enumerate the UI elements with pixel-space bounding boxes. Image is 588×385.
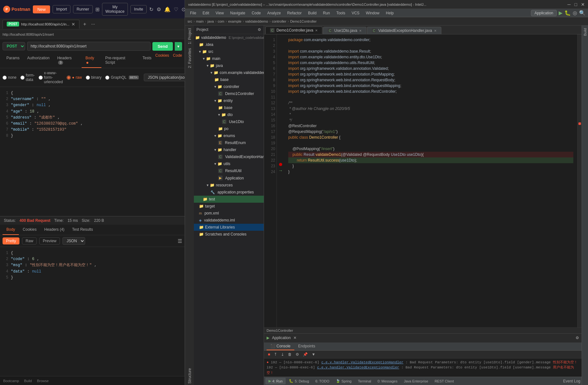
tab-use1dto[interactable]: C Use1Dto.java ✕ <box>323 27 366 34</box>
footer-tab-rest[interactable]: REST Client <box>431 378 457 384</box>
tab-close[interactable]: ✕ <box>71 22 75 27</box>
new-tab-button[interactable]: + <box>81 21 89 27</box>
new-button[interactable]: New <box>33 5 50 13</box>
menu-help[interactable]: Help <box>383 10 396 16</box>
console-stop-btn[interactable]: ■ <box>267 352 271 357</box>
bc-main[interactable]: main <box>196 19 204 23</box>
footer-tab-debug[interactable]: 🐛 5: Debug <box>286 378 312 384</box>
resp-tab-headers[interactable]: Headers (4) <box>40 225 68 235</box>
runner-button[interactable]: Runner <box>73 5 92 13</box>
tab-demo1controller[interactable]: C Demo1Controller.java ✕ <box>265 26 322 34</box>
tab-prerequest[interactable]: Pre-request Script <box>101 53 139 68</box>
bc-validateddemo[interactable]: validateddemo <box>245 19 268 23</box>
collection-icon[interactable]: ⊞ <box>95 6 99 12</box>
tree-scratches[interactable]: 📁 Scratches and Consoles <box>194 231 264 238</box>
close-icon[interactable]: ✕ <box>581 2 585 7</box>
maximize-icon[interactable]: □ <box>575 2 577 7</box>
request-body-editor[interactable]: 1{ 2"username": "", 3"gender": null, 4"a… <box>0 87 185 216</box>
footer-tab-terminal[interactable]: Terminal <box>355 378 374 384</box>
search-everywhere-icon[interactable]: 🔍 <box>579 10 585 16</box>
console-tab[interactable]: ⬛ Console <box>267 343 294 350</box>
view-pretty[interactable]: Pretty <box>3 237 19 244</box>
debug-icon[interactable]: 🐛 <box>564 10 571 16</box>
menu-refactor[interactable]: Refactor <box>285 10 304 16</box>
footer-browse[interactable]: Browse <box>37 379 49 383</box>
favorites-tool-btn[interactable]: 2: Favorites <box>186 47 193 69</box>
project-tool-btn[interactable]: 1: Project <box>186 27 193 46</box>
footer-tab-messages[interactable]: 0: Messages <box>374 378 401 384</box>
tree-extlibs[interactable]: 📁 External Libraries <box>194 224 264 231</box>
tree-pom[interactable]: m pom.xml <box>194 210 264 217</box>
tab-params[interactable]: Params <box>3 53 23 68</box>
tree-enums[interactable]: ▾ 📁 enums <box>194 132 264 139</box>
tree-demo1controller[interactable]: C Demo1Controller <box>194 90 264 97</box>
tab-demo1-close[interactable]: ✕ <box>315 29 318 32</box>
endpoints-tab[interactable]: Endpoints <box>294 343 319 350</box>
console-scroll-top[interactable]: ⤒ <box>273 352 278 357</box>
tree-controller[interactable]: ▾ 📁 controller <box>194 83 264 90</box>
menu-view[interactable]: View <box>213 10 226 16</box>
tab-headers[interactable]: Headers 9 <box>53 53 82 68</box>
bc-controller[interactable]: controller <box>272 19 286 23</box>
tab-valid-close[interactable]: ✕ <box>434 29 437 33</box>
cookies-link[interactable]: Cookies <box>155 53 169 68</box>
tree-appprops[interactable]: 🔧 application.properties <box>194 189 264 196</box>
tree-entity[interactable]: ▾ 📁 entity <box>194 97 264 104</box>
footer-tab-run[interactable]: ▶ 4: Run <box>265 378 286 384</box>
editor-scrollbar[interactable] <box>577 34 582 327</box>
menu-edit[interactable]: Edit <box>200 10 212 16</box>
footer-tab-javaent[interactable]: Java Enterprise <box>401 378 431 384</box>
tree-pkg[interactable]: ▾ 📁 com.example.validateddemo <box>194 69 264 76</box>
tree-resultutil[interactable]: C ResultUtil <box>194 167 264 174</box>
menu-run[interactable]: Run <box>320 10 333 16</box>
run-config-dropdown[interactable]: Application <box>531 10 557 16</box>
send-dropdown[interactable]: ▾ <box>175 42 182 51</box>
option-binary[interactable]: binary <box>86 75 102 80</box>
tree-po[interactable]: 📁 po <box>194 125 264 132</box>
run-icon[interactable]: ▶ <box>559 10 562 16</box>
method-select[interactable]: POST <box>3 42 25 50</box>
menu-tools[interactable]: Tools <box>334 10 348 16</box>
console-pin[interactable]: 📌 <box>302 352 309 357</box>
url-input[interactable] <box>27 42 151 51</box>
tree-java[interactable]: ▾ 📁 java <box>194 62 264 69</box>
view-preview[interactable]: Preview <box>39 237 60 244</box>
minimize-icon[interactable]: ─ <box>568 2 571 7</box>
tree-application[interactable]: ▶ Application <box>194 174 264 182</box>
gear-icon[interactable]: ⚙ <box>157 6 161 12</box>
tree-idea[interactable]: 📁 .idea <box>194 41 264 48</box>
tree-validhandler[interactable]: C ValidatedExceptionHandler <box>194 153 264 160</box>
tree-main[interactable]: ▾ 📁 main <box>194 55 264 62</box>
menu-code[interactable]: Code <box>249 10 263 16</box>
menu-navigate[interactable]: Navigate <box>228 10 248 16</box>
view-raw[interactable]: Raw <box>22 237 37 244</box>
send-button[interactable]: Send <box>152 42 173 51</box>
menu-vcs[interactable]: VCS <box>349 10 362 16</box>
option-graphql[interactable]: GraphQL BETA <box>105 75 138 80</box>
resp-tab-body[interactable]: Body <box>3 225 19 235</box>
tree-root[interactable]: 📁 validateddemo E:\project_code\validate… <box>194 34 264 41</box>
tab-validexception[interactable]: C ValidatedExceptionHandler.java ✕ <box>367 27 441 34</box>
tree-test[interactable]: 📁 test <box>194 196 264 203</box>
menu-build[interactable]: Build <box>305 10 319 16</box>
event-log-btn[interactable]: Event Log <box>563 379 580 383</box>
run-settings-icon[interactable]: ⚙ <box>576 336 579 340</box>
menu-window[interactable]: Window <box>363 10 382 16</box>
footer-tab-todo[interactable]: 6: TODO <box>312 378 333 384</box>
console-scroll-bot[interactable]: ⤓ <box>280 352 285 357</box>
tree-entity-base[interactable]: 📁 base <box>194 104 264 111</box>
build-strip-label[interactable]: Build <box>583 28 587 36</box>
run-close-icon[interactable]: ✕ <box>293 336 297 340</box>
console-settings[interactable]: ⚙ <box>294 352 300 357</box>
tree-target[interactable]: 📁 target <box>194 203 264 210</box>
footer-bootcamp[interactable]: Bootcamp <box>3 379 19 383</box>
log-link-1[interactable]: c.e.v.handler.ValidatedExceptionHandler <box>321 360 403 364</box>
tree-src[interactable]: ▾ 📁 src <box>194 48 264 55</box>
tree-resources[interactable]: ▾ 📁 resources <box>194 182 264 189</box>
filter-icon[interactable]: ☰ <box>178 238 182 244</box>
request-tab[interactable]: POST http://localhost:8080/api/v1/in... … <box>3 20 79 29</box>
code-content[interactable]: package com.example.validateddemo.contro… <box>284 34 577 327</box>
tree-handler[interactable]: ▾ 📁 handler <box>194 146 264 153</box>
tree-iml[interactable]: ◈ validateddemo.iml <box>194 217 264 224</box>
log-link-2[interactable]: c.e.v.handler.ValidatedExceptionHandler <box>317 366 399 369</box>
